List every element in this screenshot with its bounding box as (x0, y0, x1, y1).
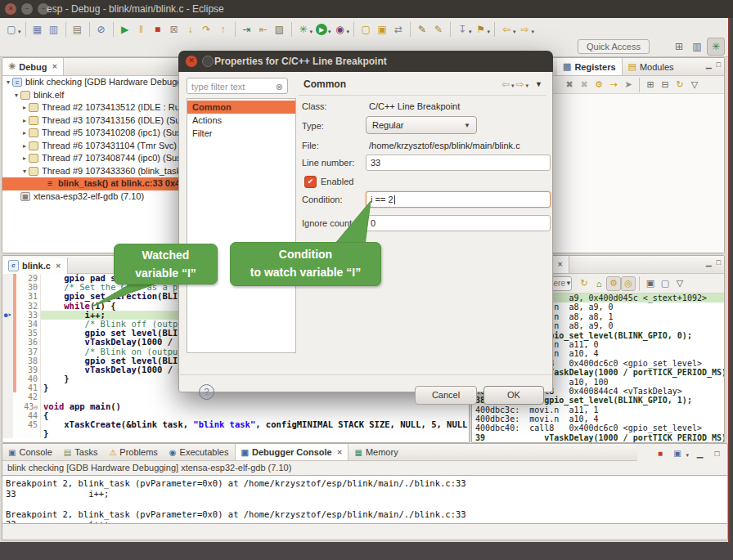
chevron-down-icon[interactable]: ▾ (532, 29, 535, 35)
line-number[interactable]: 33 (16, 311, 41, 320)
expander-icon[interactable]: ▾ (12, 89, 20, 102)
ok-button[interactable]: OK (483, 386, 544, 405)
home-icon[interactable]: ⌂ (591, 276, 606, 291)
open-perspective-icon[interactable]: ⊞ (671, 38, 687, 55)
expander-icon[interactable]: ▸ (20, 140, 29, 153)
new-wizard-icon[interactable]: ▢ (3, 21, 20, 38)
select-icon[interactable]: ➤ (621, 78, 636, 92)
line-number[interactable]: 41 (16, 383, 41, 392)
expander-icon[interactable]: ▸ (20, 114, 29, 128)
show-source-icon[interactable]: ◎ (621, 276, 636, 291)
disassembly-line[interactable]: 400dbc3c: movi.n a11, 1 (472, 405, 724, 414)
line-number[interactable]: 34 (16, 320, 41, 329)
save-all-icon[interactable]: ▥ (46, 21, 62, 38)
resume-icon[interactable]: ▶ (117, 21, 133, 38)
pin-editor-icon[interactable]: ↧ (454, 21, 470, 38)
line-number-field[interactable]: 33 (366, 155, 551, 171)
line-number[interactable]: 35 (16, 329, 41, 338)
highlight-icon[interactable]: ✎ (430, 21, 447, 38)
disassembly-line[interactable]: 400dbc40: call8 0x400dc6c0 <gpio_set_lev… (472, 423, 724, 432)
line-number[interactable]: 30 (16, 283, 41, 292)
cancel-button[interactable]: Cancel (415, 386, 477, 405)
clear-filter-icon[interactable]: ⊗ (276, 78, 283, 93)
breakpoint-arrow-icon[interactable]: ●➤ (2, 311, 13, 320)
expander-icon[interactable]: ▾ (20, 165, 29, 178)
tab-tasks[interactable]: ▤Tasks (58, 444, 104, 460)
skip-all-breakpoints-icon[interactable]: ⊘ (93, 21, 110, 38)
save-icon[interactable]: ▦ (29, 21, 46, 38)
cpp-perspective-icon[interactable]: ▥ (689, 38, 705, 55)
line-number[interactable]: 36 (16, 338, 41, 347)
terminate-console-icon[interactable]: ■ (653, 446, 667, 460)
tab-debugger-console[interactable]: ▣Debugger Console✕ (235, 444, 349, 460)
tab-modules[interactable]: ▤Modules (623, 58, 680, 75)
forward-icon[interactable]: ⇨ (517, 21, 533, 38)
chevron-down-icon[interactable]: ▾ (18, 29, 21, 35)
line-number[interactable] (16, 429, 41, 438)
debug-icon[interactable]: ✳ (295, 21, 312, 38)
dialog-nav-common[interactable]: Common (187, 101, 295, 114)
open-resource-icon[interactable]: ▣ (374, 21, 390, 38)
terminate-icon[interactable]: ■ (150, 21, 166, 38)
view-menu-icon[interactable]: ▽ (687, 78, 702, 92)
code-line[interactable]: 42 (2, 392, 469, 401)
enabled-checkbox[interactable]: ✔ (304, 176, 317, 188)
use-step-filters-icon[interactable]: ▨ (272, 21, 288, 38)
line-number[interactable]: 38 (16, 356, 41, 365)
maximize-icon[interactable]: □ (717, 60, 721, 69)
bookmark-icon[interactable]: ⚑ (473, 21, 489, 38)
code-line[interactable]: } (2, 429, 469, 438)
step-into-icon[interactable]: ↓ (182, 21, 199, 38)
step-over-icon[interactable]: ↷ (199, 21, 215, 38)
line-number[interactable]: 37 (16, 347, 41, 356)
sync-context-icon[interactable]: ⚙ (606, 276, 621, 291)
refresh-view-icon[interactable]: ↻ (577, 276, 591, 291)
quick-access-button[interactable]: Quick Access (578, 39, 650, 54)
view-menu-icon[interactable]: ▼ (535, 80, 542, 88)
help-button[interactable]: ? (199, 384, 214, 400)
expander-icon[interactable]: ▸ (20, 101, 29, 114)
disconnect-icon[interactable]: ⊠ (166, 21, 182, 38)
fold-collapse-icon[interactable]: ⊖ (34, 404, 38, 411)
pin-view-icon[interactable]: ▢ (658, 276, 672, 291)
tab-blink-c[interactable]: c blink.c ✕ (2, 258, 68, 275)
debug-perspective-icon[interactable]: ✳ (707, 38, 725, 56)
close-icon[interactable]: ✕ (557, 261, 563, 268)
refresh-icon[interactable]: ↻ (672, 78, 687, 92)
line-number[interactable]: 40 (16, 374, 41, 383)
line-number[interactable]: 44 (16, 411, 41, 420)
line-number[interactable]: 32 (16, 302, 41, 311)
dialog-nav-filter[interactable]: Filter (187, 127, 295, 140)
expander-icon[interactable]: ▸ (20, 127, 29, 140)
filter-input[interactable]: type filter text ⊗ (187, 78, 288, 94)
code-line[interactable]: 45 xTaskCreate(&blink_task, "blink_task"… (2, 420, 469, 429)
expander-icon[interactable]: ▾ (4, 76, 12, 89)
chevron-down-icon[interactable]: ▾ (310, 29, 313, 35)
collapse-all-icon[interactable]: ⊟ (658, 78, 672, 92)
last-edit-location-icon[interactable]: ✎ (414, 21, 430, 38)
line-number[interactable]: 45 (16, 420, 41, 429)
forward-icon[interactable]: ⇨ (516, 78, 524, 90)
dialog-close-icon[interactable]: ✕ (186, 56, 197, 67)
tab-registers[interactable]: ▦Registers (557, 58, 623, 75)
chevron-down-icon[interactable]: ▾ (511, 83, 515, 89)
display-selected-console-icon[interactable]: ▣ (670, 446, 684, 460)
window-close-icon[interactable]: ✕ (5, 3, 16, 15)
suspend-icon[interactable]: ‖ (133, 21, 150, 38)
chevron-down-icon[interactable]: ▾ (526, 83, 529, 89)
chevron-down-icon[interactable]: ▾ (328, 29, 331, 35)
binary-rom-icon[interactable]: ▤ (70, 21, 86, 38)
code-line[interactable]: 43⊖void app_main() (2, 402, 469, 411)
close-icon[interactable]: ✕ (52, 63, 57, 70)
link-with-editor-icon[interactable]: ⇄ (390, 21, 407, 38)
close-icon[interactable]: ✕ (56, 262, 61, 270)
pin-icon[interactable]: ⇢ (606, 78, 621, 92)
view-menu-icon[interactable]: ▽ (672, 276, 687, 291)
maximize-icon[interactable]: □ (710, 446, 724, 460)
tab-debug[interactable]: ✳ Debug ✕ (2, 58, 64, 75)
line-number[interactable]: 31 (16, 292, 41, 301)
line-number[interactable]: 29 (16, 274, 41, 283)
remove-all-icon[interactable]: ✖ (577, 78, 591, 92)
line-number[interactable]: 43⊖ (16, 402, 41, 411)
minimize-icon[interactable]: ▁ (706, 60, 712, 69)
